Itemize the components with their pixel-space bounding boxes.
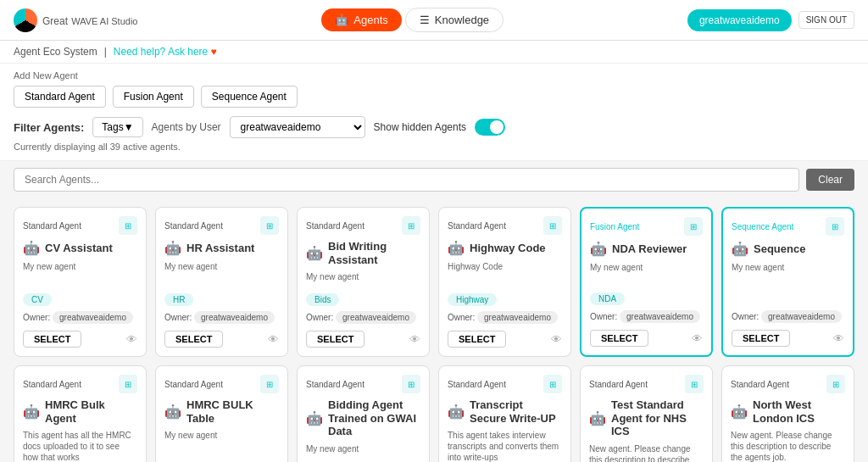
select-button[interactable]: SELECT — [590, 330, 648, 347]
search-input[interactable] — [14, 168, 799, 192]
card-menu-button[interactable]: ⊞ — [119, 216, 137, 235]
eye-icon[interactable]: 👁 — [833, 332, 844, 345]
agent-name: CV Assistant — [45, 242, 113, 255]
owner-row: Owner: greatwaveaidemo — [590, 310, 703, 323]
card-name-row: 🤖 HR Assistant — [164, 240, 279, 256]
agent-card: Standard Agent ⊞ 🤖 Transcript Secure Wri… — [438, 365, 571, 462]
agent-desc: My new agent — [164, 430, 279, 462]
card-top-row: Standard Agent ⊞ — [306, 216, 420, 235]
agent-robot-icon: 🤖 — [448, 404, 465, 420]
header-left: Great WAVE AI Studio — [14, 8, 137, 32]
select-button[interactable]: SELECT — [306, 331, 364, 348]
agent-name: Sequence — [754, 242, 805, 256]
sequence-agent-button[interactable]: Sequence Agent — [201, 86, 298, 108]
agent-desc: My new agent — [23, 261, 137, 288]
agent-grid: Standard Agent ⊞ 🤖 CV Assistant My new a… — [0, 198, 868, 462]
card-name-row: 🤖 Bidding Agent Trained on GWAI Data — [306, 398, 420, 438]
agent-robot-icon: 🤖 — [732, 241, 748, 257]
card-type-label: Standard Agent — [23, 221, 81, 231]
card-bottom-row: SELECT 👁 — [732, 330, 844, 347]
card-name-row: 🤖 CV Assistant — [23, 240, 137, 256]
card-menu-button[interactable]: ⊞ — [543, 375, 562, 393]
agent-desc: My new agent — [164, 261, 279, 288]
agent-tag: Bids — [306, 292, 420, 308]
user-filter-select[interactable]: greatwaveaidemo — [230, 116, 365, 138]
card-menu-button[interactable]: ⊞ — [402, 216, 420, 235]
agent-desc: My new agent — [590, 262, 703, 287]
sign-out-button[interactable]: SIGN OUT — [798, 11, 854, 29]
fusion-agent-button[interactable]: Fusion Agent — [113, 86, 194, 108]
user-button[interactable]: greatwaveaidemo — [687, 9, 792, 31]
header-right: greatwaveaidemo SIGN OUT — [687, 9, 854, 31]
agent-name: Transcript Secure Write-UP — [470, 398, 562, 425]
agent-robot-icon: 🤖 — [306, 245, 323, 261]
help-link[interactable]: Need help? Ask here ♥ — [114, 46, 217, 58]
owner-pill: greatwaveaidemo — [194, 311, 275, 324]
menu-icon: ☰ — [420, 14, 430, 26]
hidden-agents-toggle[interactable] — [475, 119, 505, 136]
breadcrumb: Agent Eco System — [14, 46, 97, 58]
owner-row: Owner: greatwaveaidemo — [732, 310, 844, 323]
select-button[interactable]: SELECT — [732, 330, 790, 347]
card-menu-button[interactable]: ⊞ — [826, 375, 845, 393]
card-name-row: 🤖 Sequence — [732, 241, 844, 257]
knowledge-nav-button[interactable]: ☰ Knowledge — [405, 8, 504, 32]
clear-button[interactable]: Clear — [806, 169, 854, 191]
select-button[interactable]: SELECT — [23, 331, 81, 348]
eye-icon[interactable]: 👁 — [268, 333, 279, 346]
select-button[interactable]: SELECT — [448, 331, 506, 348]
agent-name: NDA Reviewer — [612, 242, 687, 256]
agent-card: Sequence Agent ⊞ 🤖 Sequence My new agent… — [721, 207, 854, 357]
sub-header: Agent Eco System | Need help? Ask here ♥ — [0, 41, 868, 64]
card-menu-button[interactable]: ⊞ — [684, 217, 703, 236]
add-new-label: Add New Agent — [14, 70, 854, 81]
agent-robot-icon: 🤖 — [589, 410, 606, 426]
showing-count: Currently displaying all 39 active agent… — [14, 142, 854, 152]
agents-nav-button[interactable]: 🤖 Agents — [321, 8, 401, 31]
agent-robot-icon: 🤖 — [164, 404, 181, 420]
search-row: Clear — [0, 161, 868, 198]
heart-icon: ♥ — [211, 46, 217, 58]
logo-text: Great WAVE AI Studio — [42, 13, 137, 27]
agent-name: Test Standard Agent for NHS ICS — [611, 398, 704, 438]
card-menu-button[interactable]: ⊞ — [543, 216, 562, 235]
eye-icon[interactable]: 👁 — [692, 332, 703, 345]
card-type-label: Standard Agent — [448, 380, 506, 389]
owner-row: Owner: greatwaveaidemo — [448, 311, 562, 324]
agent-name: HMRC Bulk Agent — [45, 398, 137, 425]
standard-agent-button[interactable]: Standard Agent — [14, 86, 106, 108]
tag-pill: Highway — [448, 293, 497, 306]
card-menu-button[interactable]: ⊞ — [260, 216, 279, 235]
header-nav: 🤖 Agents ☰ Knowledge — [321, 8, 504, 32]
tag-pill: NDA — [590, 292, 625, 305]
card-bottom-row: SELECT 👁 — [448, 331, 562, 348]
agent-card: Standard Agent ⊞ 🤖 HMRC BULK Table My ne… — [155, 365, 288, 462]
agent-robot-icon: 🤖 — [164, 240, 181, 256]
owner-row: Owner: greatwaveaidemo — [164, 311, 279, 324]
tags-filter-button[interactable]: Tags▼ — [92, 117, 142, 137]
card-type-label: Standard Agent — [164, 221, 223, 231]
eye-icon[interactable]: 👁 — [409, 333, 420, 346]
agent-type-buttons: Standard Agent Fusion Agent Sequence Age… — [14, 86, 854, 108]
card-bottom-row: SELECT 👁 — [590, 330, 703, 347]
card-type-label: Standard Agent — [731, 380, 789, 389]
agent-robot-icon: 🤖 — [23, 240, 40, 256]
owner-row: Owner: greatwaveaidemo — [23, 311, 137, 324]
eye-icon[interactable]: 👁 — [551, 333, 562, 346]
agent-tag: NDA — [590, 291, 703, 307]
agent-card: Standard Agent ⊞ 🤖 HR Assistant My new a… — [155, 207, 288, 357]
card-menu-button[interactable]: ⊞ — [826, 217, 844, 236]
card-menu-button[interactable]: ⊞ — [402, 375, 420, 393]
card-name-row: 🤖 Transcript Secure Write-UP — [448, 398, 562, 425]
eye-icon[interactable]: 👁 — [126, 333, 137, 346]
owner-pill: greatwaveaidemo — [53, 311, 133, 324]
card-menu-button[interactable]: ⊞ — [685, 375, 704, 393]
agent-card: Standard Agent ⊞ 🤖 Bidding Agent Trained… — [297, 365, 430, 462]
agents-by-label: Agents by User — [152, 121, 221, 133]
select-button[interactable]: SELECT — [164, 331, 223, 348]
card-type-label: Standard Agent — [448, 221, 506, 231]
agent-name: Highway Code — [470, 242, 546, 255]
card-menu-button[interactable]: ⊞ — [119, 375, 137, 393]
card-name-row: 🤖 NDA Reviewer — [590, 241, 703, 257]
card-menu-button[interactable]: ⊞ — [260, 375, 279, 393]
